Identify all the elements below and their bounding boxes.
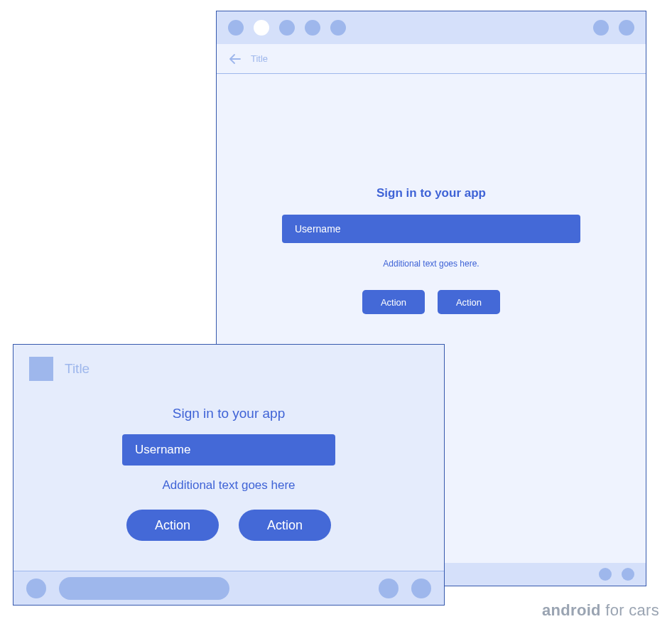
action-button-label: Action [155,518,190,533]
signin-heading: Sign in to your app [376,186,486,200]
username-field[interactable]: Username [122,434,335,466]
status-dot-icon [593,20,609,36]
nav-dot-icon[interactable] [379,579,399,598]
status-dot-icon [622,568,634,581]
small-device-mockup: Title Sign in to your app Username Addit… [13,344,445,606]
page-title: Title [251,53,268,64]
action-button-label: Action [456,297,482,308]
status-dot-icon [599,568,612,581]
signin-heading: Sign in to your app [173,406,285,421]
nav-dot-icon[interactable] [411,579,431,598]
additional-text: Additional text goes here. [383,259,479,269]
username-placeholder-text: Username [295,223,341,235]
username-field[interactable]: Username [282,215,580,243]
signin-panel: Sign in to your app Username Additional … [217,74,646,314]
app-header: Title [217,44,646,74]
page-title: Title [65,361,90,377]
status-dot-icon [279,20,295,36]
back-arrow-icon[interactable] [229,53,241,65]
action-button-row: Action Action [126,510,331,541]
status-dot-icon [305,20,320,36]
nav-pill-icon[interactable] [59,577,229,600]
action-button-2[interactable]: Action [438,290,500,314]
action-button-1[interactable]: Action [126,510,219,541]
action-button-label: Action [381,297,406,308]
brand-footer: android for cars [542,601,659,620]
brand-bold: android [542,601,601,619]
nav-dot-icon[interactable] [26,579,46,598]
app-header: Title [13,345,444,393]
status-dot-active-icon [254,20,269,36]
signin-panel: Sign in to your app Username Additional … [13,393,444,541]
brand-thin: for cars [601,601,659,619]
action-button-row: Action Action [362,290,500,314]
status-dot-icon [619,20,634,36]
status-bar-top [217,11,646,44]
status-dot-icon [228,20,244,36]
nav-bar [13,571,444,605]
status-dot-icon [330,20,346,36]
action-button-2[interactable]: Action [239,510,331,541]
username-placeholder-text: Username [135,443,190,457]
action-button-1[interactable]: Action [362,290,425,314]
action-button-label: Action [267,518,303,533]
app-icon-placeholder [29,357,53,381]
additional-text: Additional text goes here [162,478,295,493]
